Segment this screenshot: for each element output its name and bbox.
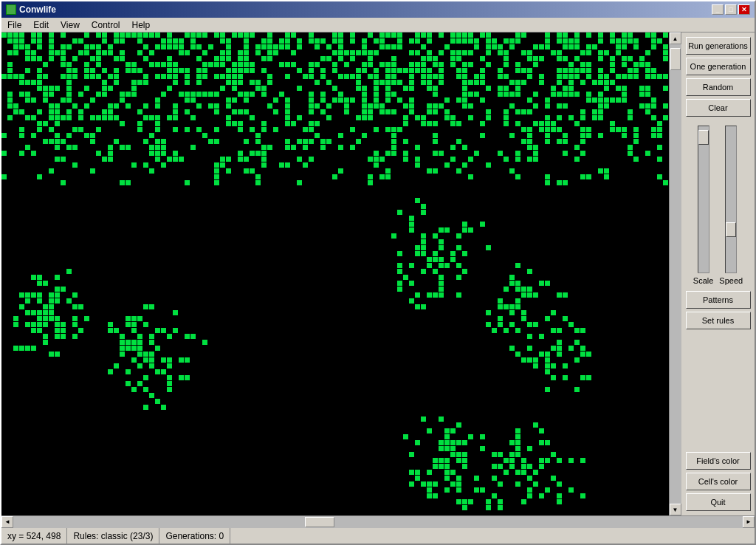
scale-slider-thumb[interactable] bbox=[698, 130, 709, 145]
scroll-thumb[interactable] bbox=[670, 48, 681, 70]
menu-view[interactable]: View bbox=[55, 18, 86, 32]
game-canvas-container[interactable] bbox=[1, 32, 669, 515]
scale-slider-track[interactable] bbox=[698, 126, 709, 273]
random-button[interactable]: Random bbox=[686, 78, 751, 96]
run-generations-button[interactable]: Run generations bbox=[686, 37, 751, 55]
h-scroll-thumb[interactable] bbox=[305, 517, 334, 527]
set-rules-button[interactable]: Set rules bbox=[686, 312, 751, 329]
title-buttons: _ □ ✕ bbox=[712, 4, 750, 15]
menu-help[interactable]: Help bbox=[126, 18, 157, 32]
scale-slider-col: Scale bbox=[693, 126, 714, 285]
life-canvas[interactable] bbox=[1, 32, 669, 515]
vertical-scrollbar[interactable]: ▲ ▼ bbox=[669, 32, 681, 515]
scroll-up-button[interactable]: ▲ bbox=[670, 32, 681, 44]
cells-color-button[interactable]: Cell's color bbox=[686, 473, 751, 490]
app-icon bbox=[6, 4, 16, 15]
window-title: Conwlife bbox=[19, 4, 56, 15]
rules-display: Rules: classic (23/3) bbox=[67, 528, 159, 544]
sliders-area: Scale Speed bbox=[686, 126, 751, 285]
menu-control[interactable]: Control bbox=[86, 18, 126, 32]
scale-label: Scale bbox=[693, 276, 714, 285]
scroll-down-button[interactable]: ▼ bbox=[670, 504, 681, 515]
speed-slider-track[interactable] bbox=[725, 126, 737, 273]
menu-edit[interactable]: Edit bbox=[27, 18, 55, 32]
close-button[interactable]: ✕ bbox=[738, 4, 750, 15]
menu-bar: File Edit View Control Help bbox=[1, 18, 755, 32]
maximize-button[interactable]: □ bbox=[725, 4, 737, 15]
scroll-right-button[interactable]: ► bbox=[743, 516, 755, 528]
minimize-button[interactable]: _ bbox=[712, 4, 724, 15]
status-bar: xy = 524, 498 Rules: classic (23/3) Gene… bbox=[1, 527, 755, 544]
scroll-track[interactable] bbox=[670, 44, 681, 504]
speed-label: Speed bbox=[719, 276, 743, 285]
quit-button[interactable]: Quit bbox=[686, 493, 751, 511]
title-bar: Conwlife _ □ ✕ bbox=[1, 1, 755, 18]
menu-file[interactable]: File bbox=[1, 18, 27, 32]
fields-color-button[interactable]: Field's color bbox=[686, 452, 751, 470]
coordinates-display: xy = 524, 498 bbox=[1, 528, 67, 544]
speed-slider-thumb[interactable] bbox=[726, 222, 736, 237]
clear-button[interactable]: Clear bbox=[686, 99, 751, 117]
scroll-left-button[interactable]: ◄ bbox=[1, 516, 13, 528]
generations-display: Generations: 0 bbox=[159, 528, 230, 544]
patterns-button[interactable]: Patterns bbox=[686, 291, 751, 309]
right-panel: Run generations One generation Random Cl… bbox=[681, 32, 755, 515]
horizontal-scrollbar[interactable]: ◄ ► bbox=[1, 515, 755, 527]
one-generation-button[interactable]: One generation bbox=[686, 58, 751, 75]
h-scroll-track[interactable] bbox=[13, 516, 743, 528]
main-area: ▲ ▼ Run generations One generation Rando… bbox=[1, 32, 755, 515]
speed-slider-col: Speed bbox=[719, 126, 743, 285]
main-window: Conwlife _ □ ✕ File Edit View Control He… bbox=[0, 0, 756, 545]
title-bar-left: Conwlife bbox=[6, 4, 56, 15]
